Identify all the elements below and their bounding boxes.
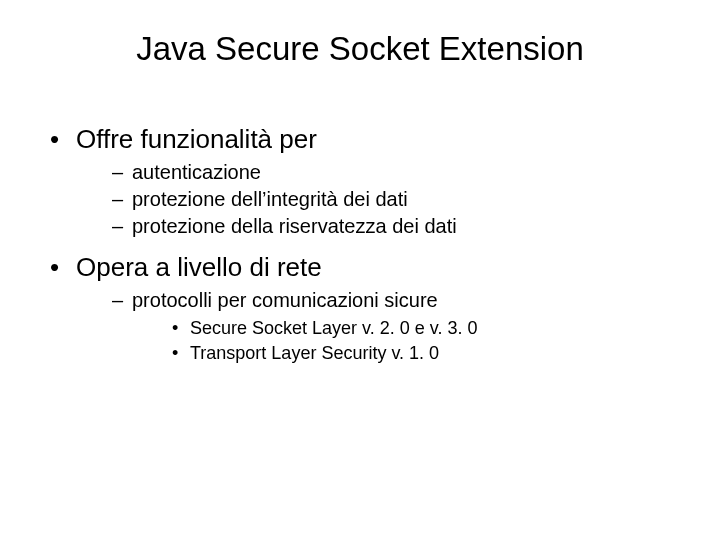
list-item: Transport Layer Security v. 1. 0 — [172, 343, 680, 364]
slide: Java Secure Socket Extension Offre funzi… — [0, 0, 720, 540]
bullet-text: protezione dell’integrità dei dati — [132, 188, 408, 210]
slide-title: Java Secure Socket Extension — [40, 30, 680, 68]
list-item: Offre funzionalità per autenticazione pr… — [50, 124, 680, 238]
bullet-list-level2: autenticazione protezione dell’integrità… — [76, 161, 680, 238]
bullet-text: protezione della riservatezza dei dati — [132, 215, 457, 237]
bullet-text: Transport Layer Security v. 1. 0 — [190, 343, 439, 363]
bullet-list-level2: protocolli per comunicazioni sicure Secu… — [76, 289, 680, 364]
bullet-text: autenticazione — [132, 161, 261, 183]
list-item: protezione della riservatezza dei dati — [112, 215, 680, 238]
list-item: Opera a livello di rete protocolli per c… — [50, 252, 680, 364]
list-item: protocolli per comunicazioni sicure Secu… — [112, 289, 680, 364]
list-item: autenticazione — [112, 161, 680, 184]
list-item: protezione dell’integrità dei dati — [112, 188, 680, 211]
bullet-text: Opera a livello di rete — [76, 252, 322, 282]
bullet-list-level1: Offre funzionalità per autenticazione pr… — [40, 124, 680, 364]
bullet-text: Offre funzionalità per — [76, 124, 317, 154]
list-item: Secure Socket Layer v. 2. 0 e v. 3. 0 — [172, 318, 680, 339]
bullet-text: protocolli per comunicazioni sicure — [132, 289, 438, 311]
bullet-text: Secure Socket Layer v. 2. 0 e v. 3. 0 — [190, 318, 477, 338]
bullet-list-level3: Secure Socket Layer v. 2. 0 e v. 3. 0 Tr… — [132, 318, 680, 364]
